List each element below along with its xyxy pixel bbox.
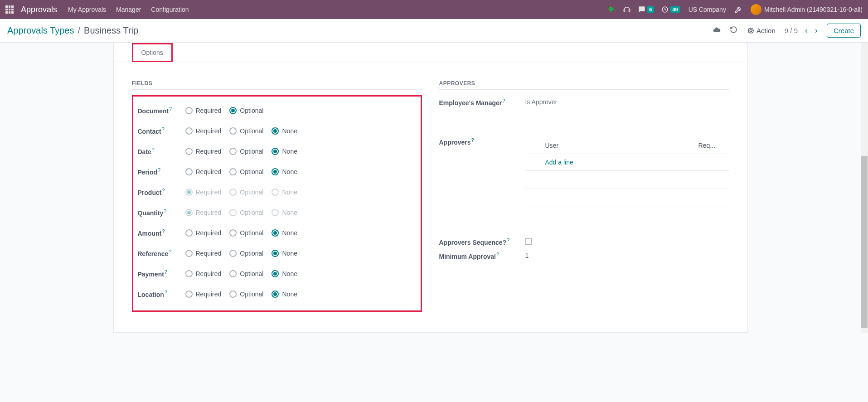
radio-circle-icon: [272, 168, 279, 175]
field-label: Payment?: [138, 269, 185, 278]
nav-manager[interactable]: Manager: [116, 6, 141, 13]
apps-grid-icon[interactable]: [5, 5, 14, 14]
radio-label: None: [282, 250, 297, 257]
pager-text[interactable]: 9 / 9: [785, 27, 798, 34]
add-line-link[interactable]: Add a line: [545, 159, 573, 166]
radio-required[interactable]: Required: [185, 291, 222, 298]
radio-circle-icon: [185, 127, 193, 135]
radio-circle-icon: [272, 270, 279, 277]
nav-my-approvals[interactable]: My Approvals: [68, 6, 106, 13]
field-label: Quantity?: [138, 208, 185, 217]
help-icon[interactable]: ?: [164, 208, 166, 213]
help-icon[interactable]: ?: [169, 249, 171, 254]
help-icon[interactable]: ?: [507, 237, 509, 243]
th-user[interactable]: User: [525, 137, 693, 154]
cloud-icon[interactable]: [713, 26, 721, 36]
radio-optional[interactable]: Optional: [229, 168, 263, 175]
radio-optional[interactable]: Optional: [229, 270, 263, 277]
nav-configuration[interactable]: Configuration: [151, 6, 189, 13]
help-icon[interactable]: ?: [152, 147, 155, 152]
radio-label: Optional: [240, 189, 263, 196]
radio-none[interactable]: None: [272, 250, 297, 257]
scrollbar-thumb[interactable]: [861, 156, 868, 328]
messages-icon[interactable]: 6: [638, 6, 654, 13]
activities-icon[interactable]: 49: [661, 6, 680, 13]
radio-none[interactable]: None: [272, 127, 297, 135]
radio-required[interactable]: Required: [185, 148, 222, 155]
avatar[interactable]: [751, 4, 761, 15]
radio-label: None: [282, 291, 297, 298]
create-button[interactable]: Create: [827, 24, 861, 38]
radio-label: Optional: [240, 229, 263, 237]
radio-required[interactable]: Required: [185, 127, 222, 135]
help-icon[interactable]: ?: [162, 126, 165, 132]
radio-optional[interactable]: Optional: [229, 250, 263, 257]
radio-optional: Optional: [229, 189, 263, 196]
radio-optional[interactable]: Optional: [229, 229, 263, 237]
radio-none[interactable]: None: [272, 229, 297, 237]
user-name[interactable]: Mitchell Admin (21490321-16-0-all): [764, 6, 863, 13]
employee-manager-value: Is Approver: [525, 98, 558, 106]
radio-none[interactable]: None: [272, 291, 297, 298]
radio-required[interactable]: Required: [185, 250, 222, 257]
help-icon[interactable]: ?: [162, 188, 165, 193]
radio-optional[interactable]: Optional: [229, 291, 263, 298]
pager-prev-icon[interactable]: ‹: [803, 26, 810, 35]
section-approvers-title: APPROVERS: [439, 80, 729, 90]
radio-none[interactable]: None: [272, 168, 297, 175]
scrollbar[interactable]: [861, 43, 868, 333]
approvers-label: Approvers?: [439, 137, 525, 146]
radio-none[interactable]: None: [272, 270, 297, 277]
section-fields-title: FIELDS: [132, 80, 422, 90]
undo-icon[interactable]: [730, 26, 737, 35]
tools-icon[interactable]: [734, 5, 742, 14]
radio-label: Optional: [240, 270, 263, 277]
help-icon[interactable]: ?: [502, 98, 505, 103]
field-label: Product?: [138, 188, 185, 196]
help-icon[interactable]: ?: [165, 290, 167, 295]
th-required[interactable]: Req...: [693, 137, 729, 154]
pager-next-icon[interactable]: ›: [813, 26, 820, 35]
breadcrumb-parent[interactable]: Approvals Types: [7, 25, 74, 36]
help-icon[interactable]: ?: [169, 106, 172, 111]
tab-options[interactable]: Options: [132, 43, 173, 62]
field-label: Document?: [138, 106, 185, 115]
radio-circle-icon: [229, 270, 237, 277]
company-selector[interactable]: US Company: [689, 6, 726, 13]
radio-required[interactable]: Required: [185, 229, 222, 237]
radio-optional[interactable]: Optional: [229, 148, 263, 155]
bug-icon[interactable]: 🪲: [607, 5, 616, 14]
app-title[interactable]: Approvals: [21, 5, 57, 15]
radio-required[interactable]: Required: [185, 107, 222, 114]
radio-circle-icon: [272, 291, 279, 298]
field-row: Location?RequiredOptionalNone: [138, 284, 416, 304]
radio-required[interactable]: Required: [185, 270, 222, 277]
radio-label: Optional: [240, 127, 263, 135]
radio-label: Optional: [240, 250, 263, 257]
radio-label: None: [282, 168, 297, 175]
radio-circle-icon: [185, 250, 193, 257]
approvers-sequence-checkbox[interactable]: [525, 238, 532, 245]
help-icon[interactable]: ?: [471, 137, 474, 143]
radio-label: Optional: [240, 107, 263, 114]
radio-required[interactable]: Required: [185, 168, 222, 175]
action-menu[interactable]: Action: [747, 27, 776, 34]
help-icon[interactable]: ?: [165, 269, 167, 275]
radio-circle-icon: [229, 189, 237, 196]
radio-circle-icon: [229, 229, 237, 237]
help-icon[interactable]: ?: [158, 167, 160, 173]
radio-optional: Optional: [229, 209, 263, 216]
radio-circle-icon: [185, 168, 193, 175]
help-icon[interactable]: ?: [496, 252, 499, 257]
radio-label: Required: [196, 291, 222, 298]
support-icon[interactable]: [623, 5, 631, 14]
radio-optional[interactable]: Optional: [229, 127, 263, 135]
radio-label: Optional: [240, 148, 263, 155]
help-icon[interactable]: ?: [162, 228, 165, 234]
radio-circle-icon: [272, 209, 279, 216]
radio-none[interactable]: None: [272, 148, 297, 155]
radio-optional[interactable]: Optional: [229, 107, 263, 114]
radio-label: None: [282, 229, 297, 237]
radio-circle-icon: [185, 291, 193, 298]
radio-label: Required: [196, 229, 222, 237]
